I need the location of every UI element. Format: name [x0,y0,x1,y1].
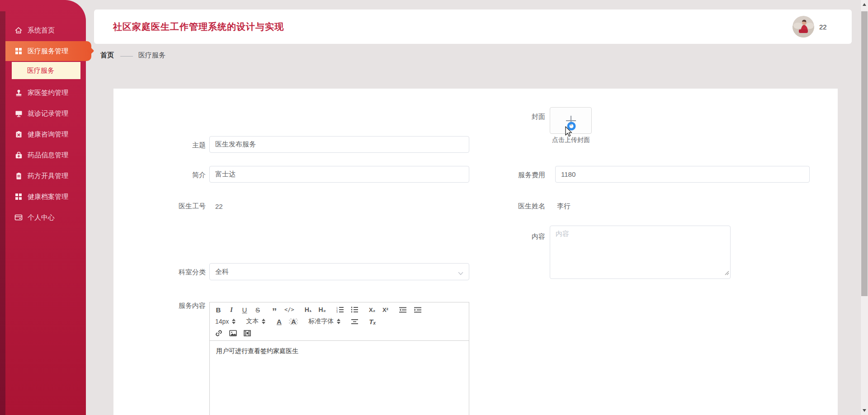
underline-button[interactable]: U [241,307,248,313]
clipboard-x-icon [14,130,23,138]
sidebar-item-family-doctor-sign[interactable]: 家医签约管理 [0,82,86,103]
sidebar-item-label: 家医签约管理 [28,89,68,97]
department-select[interactable]: 全科 [209,263,469,280]
superscript-button[interactable]: X² [382,307,388,313]
sidebar-subitem-label: 医疗服务 [27,66,54,75]
heading2-button[interactable]: H₂ [319,307,326,313]
sidebar: 系统首页 医疗服务管理 医疗服务 家医签约管理 就诊记录管理 [0,0,86,415]
sidebar-item-health-archive[interactable]: 健康档案管理 [0,186,86,207]
updown-arrows-icon [262,319,265,324]
font-color-button[interactable]: A [276,318,282,325]
heading1-button[interactable]: H₁ [305,307,312,313]
sidebar-item-label: 健康咨询管理 [28,130,68,139]
ordered-list-button[interactable]: 123 [336,307,344,313]
sidebar-item-home[interactable]: 系统首页 [0,20,86,41]
cover-upload-box[interactable] [550,107,592,134]
image-button[interactable] [229,330,237,336]
editor-toolbar: B I U S ” </> H₁ H₂ 123 X₂ X² [209,302,469,341]
subscript-button[interactable]: X₂ [369,307,375,313]
strikethrough-button[interactable]: S [255,307,261,313]
doctor-no-label: 医生工号 [124,202,206,211]
user-avatar[interactable] [793,16,814,38]
cover-upload-hint: 点击上传封面 [543,136,599,144]
sidebar-item-label: 健康档案管理 [28,193,68,201]
sidebar-item-label: 就诊记录管理 [28,109,68,118]
clear-format-button[interactable]: Tₓ [369,318,376,325]
highlight-color-button[interactable]: A [289,318,298,325]
sidebar-item-label: 个人中心 [28,213,55,222]
updown-arrows-icon [232,319,236,324]
id-card-icon [14,213,23,222]
doctor-no-value: 22 [215,203,223,210]
scroll-down-arrow[interactable] [863,409,866,412]
fee-label: 服务费用 [464,171,545,179]
sidebar-item-medical-service-mgmt[interactable]: 医疗服务管理 [0,41,86,61]
font-family-dropdown[interactable]: 标准字体 [308,317,340,325]
plus-icon [571,116,571,126]
medicine-bag-icon [14,151,23,159]
subject-label: 主题 [124,141,206,150]
monitor-icon [14,109,23,118]
editor-text: 用户可进行查看签约家庭医生 [216,347,298,354]
content-textarea[interactable] [550,226,731,279]
department-label: 科室分类 [124,268,206,277]
doctor-name-label: 医生姓名 [464,202,545,211]
grid-icon [14,193,23,201]
seal-icon [14,89,23,97]
bullet-list-button[interactable] [351,307,359,313]
page-title: 社区家庭医生工作管理系统的设计与实现 [113,21,284,33]
home-icon [14,26,23,34]
video-button[interactable] [244,330,251,336]
rich-text-editor: B I U S ” </> H₁ H₂ 123 X₂ X² [209,302,469,415]
grid-icon [14,47,23,55]
text-type-dropdown[interactable]: 文本 [246,317,265,325]
sidebar-item-label: 系统首页 [28,26,55,35]
intro-input[interactable] [209,166,469,183]
sidebar-item-health-consult[interactable]: 健康咨询管理 [0,124,86,145]
header-bar: 社区家庭医生工作管理系统的设计与实现 22 [94,9,852,44]
link-button[interactable] [215,330,222,337]
service-content-label: 服务内容 [124,302,206,310]
user-id-badge: 22 [819,23,827,31]
fee-input[interactable] [555,166,810,183]
updown-arrows-icon [337,319,340,324]
sidebar-subitem-medical-service[interactable]: 医疗服务 [12,62,80,79]
sidebar-item-prescription[interactable]: 药方开具管理 [0,165,86,186]
scroll-up-arrow[interactable] [863,3,866,6]
subject-input[interactable] [209,136,469,153]
content-label: 内容 [464,232,545,241]
vertical-scrollbar[interactable] [860,0,868,415]
bold-button[interactable]: B [215,307,222,313]
sidebar-item-visit-records[interactable]: 就诊记录管理 [0,103,86,124]
department-select-value: 全科 [215,268,229,276]
outdent-button[interactable] [399,307,407,313]
service-form-card: 主题 简介 医生工号 22 科室分类 全科 服务内容 B I U S ” </>… [113,89,838,415]
scrollbar-thumb[interactable] [861,11,868,296]
sidebar-item-drug-info[interactable]: 药品信息管理 [0,145,86,165]
code-button[interactable]: </> [284,307,294,312]
sidebar-item-label: 药方开具管理 [28,172,68,180]
font-size-dropdown[interactable]: 14px [215,318,236,325]
intro-label: 简介 [124,171,206,179]
breadcrumb: 首页 —— 医疗服务 [100,51,165,60]
editor-content-area[interactable]: 用户可进行查看签约家庭医生 [209,341,469,415]
sidebar-item-label: 药品信息管理 [28,151,68,160]
clipboard-icon [14,172,23,180]
chevron-down-icon [458,269,463,277]
breadcrumb-current: 医疗服务 [138,51,165,60]
line-height-button[interactable] [351,319,359,325]
sidebar-menu: 系统首页 医疗服务管理 医疗服务 家医签约管理 就诊记录管理 [0,20,86,228]
doctor-name-value: 李行 [557,202,571,211]
sidebar-item-personal-center[interactable]: 个人中心 [0,207,86,228]
cover-label: 封面 [464,113,545,121]
sidebar-item-label: 医疗服务管理 [28,47,68,56]
quote-button[interactable]: ” [271,304,278,316]
breadcrumb-home[interactable]: 首页 [100,51,114,60]
italic-button[interactable]: I [228,307,235,313]
indent-button[interactable] [414,307,422,313]
svg-text:3: 3 [336,311,338,313]
breadcrumb-separator: —— [120,52,132,59]
